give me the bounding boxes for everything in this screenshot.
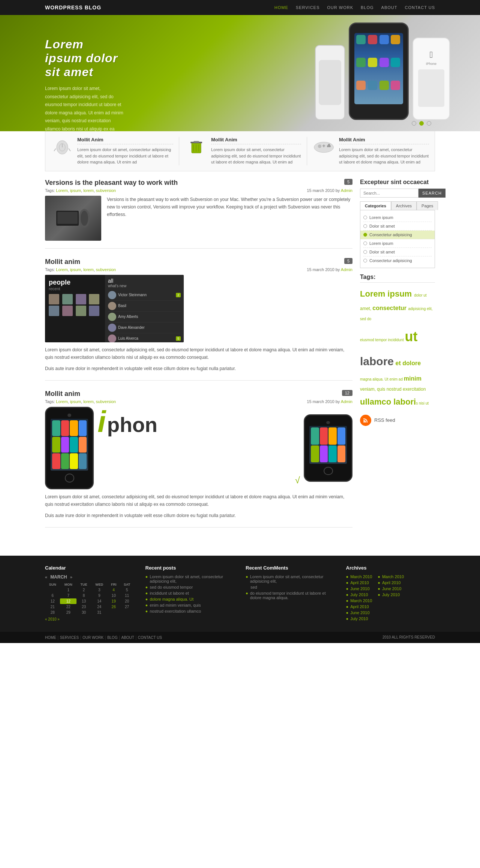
arch-bullet-2: ● bbox=[346, 580, 349, 585]
tag-amet[interactable]: amet, bbox=[360, 306, 372, 311]
svg-point-22 bbox=[363, 421, 365, 423]
arch-link-6[interactable]: April 2010 bbox=[350, 604, 369, 609]
tag-ut[interactable]: ut bbox=[405, 329, 418, 344]
tag-lorem-ipsum[interactable]: Lorem ipsum bbox=[360, 289, 414, 298]
fb-contact[interactable]: CONTACT US bbox=[138, 636, 162, 640]
p3-tag-ipsum[interactable]: ipsum bbox=[70, 399, 81, 404]
iphone-camera-2 bbox=[326, 421, 330, 424]
fb-home[interactable]: HOME bbox=[45, 636, 56, 640]
blog-post-1: Versions is the pleasant way to work wit… bbox=[45, 179, 352, 249]
cal-sat: SAT bbox=[120, 582, 134, 587]
nav-services[interactable]: SERVICES bbox=[296, 5, 320, 10]
category-2-label: Dolor sit amet bbox=[369, 224, 395, 228]
rp-6: ● nostrud exercitation ullamco bbox=[146, 609, 235, 613]
tag-magna[interactable]: magna aliqua. Ut enim ad bbox=[360, 377, 404, 381]
tag-et-dolore[interactable]: et dolore bbox=[394, 360, 421, 366]
p2-tag-lorem[interactable]: Lorem bbox=[56, 267, 68, 272]
tag-dolor-ut[interactable]: dolor ut bbox=[414, 293, 426, 297]
recent-posts-title: Recent posts bbox=[146, 565, 235, 571]
tag-cloud: Lorem ipsum dolor ut amet, consectetur a… bbox=[360, 286, 435, 410]
arch-link-7[interactable]: June 2010 bbox=[350, 610, 369, 615]
radio-2 bbox=[363, 224, 367, 228]
category-3-label: Consectetur adipisicing bbox=[369, 232, 412, 237]
post-3-author[interactable]: Admin bbox=[341, 399, 352, 404]
p3-tag-lorem2[interactable]: lorem bbox=[83, 399, 94, 404]
tab-archives[interactable]: Archives bbox=[391, 201, 417, 210]
fb-ourwork[interactable]: OUR WORK bbox=[82, 636, 104, 640]
post-3-images: i phon bbox=[45, 407, 352, 489]
fb-services[interactable]: SERVICES bbox=[60, 636, 79, 640]
dot-2[interactable] bbox=[419, 121, 424, 126]
tag-consectetur[interactable]: consectetur bbox=[372, 305, 408, 311]
people-label: people bbox=[49, 279, 101, 286]
post-1-body: Versions is the pleasant way to work wit… bbox=[45, 196, 352, 241]
p2-tag-ipsum[interactable]: ipsum bbox=[70, 267, 81, 272]
nav-ourwork[interactable]: OUR WORK bbox=[327, 5, 353, 10]
arch-link-9[interactable]: March 2010 bbox=[382, 574, 404, 579]
footer-recent-comments: Recent ComMents ● Lorem ipsum dolor sit … bbox=[246, 565, 335, 622]
p2-tag-lorem2[interactable]: lorem bbox=[83, 267, 94, 272]
fb-blog[interactable]: BLOG bbox=[107, 636, 118, 640]
archives-col2: ● March 2010 ● April 2010 ● June 2010 ● … bbox=[378, 574, 404, 622]
feature-3: Mollit Anim Lorem ipsum dolor sit amet, … bbox=[307, 137, 429, 165]
footer-calendar: Calendar « MARCH » SUN MON TUE WED FRI S… bbox=[45, 565, 134, 622]
tag-labore[interactable]: labore bbox=[360, 355, 394, 367]
arch-link-3[interactable]: June 2010 bbox=[350, 586, 369, 591]
arch-link-11[interactable]: June 2010 bbox=[382, 586, 401, 591]
search-button[interactable]: SEARCH bbox=[418, 189, 446, 198]
arch-link-8[interactable]: July 2010 bbox=[350, 616, 368, 621]
category-4-label: Lorem ipsum bbox=[369, 241, 393, 246]
rp-link-4[interactable]: dolore magna aliqua. Ut bbox=[150, 597, 194, 601]
arch-link-10[interactable]: April 2010 bbox=[382, 580, 401, 585]
rss-link[interactable]: RSS feed bbox=[360, 415, 435, 426]
dot-1[interactable] bbox=[412, 121, 416, 126]
calendar-year[interactable]: « 2010 » bbox=[45, 617, 134, 621]
arch-link-12[interactable]: July 2010 bbox=[382, 592, 400, 597]
post-2-text1: Lorem ipsum dolor sit amet, consectetur … bbox=[45, 346, 352, 361]
arch-link-1[interactable]: March 2010 bbox=[350, 574, 372, 579]
feature-3-title: Mollit Anim bbox=[339, 137, 429, 144]
dot-3[interactable] bbox=[427, 121, 431, 126]
tab-categories[interactable]: Categories bbox=[360, 201, 391, 210]
contact-name-5: Luis Alverca bbox=[118, 336, 138, 340]
tag-eiusmod[interactable]: eiusmod tempor incididunt bbox=[360, 338, 405, 342]
post-2-author[interactable]: Admin bbox=[341, 267, 352, 272]
category-6-label: Consectetur adipisicing bbox=[369, 258, 412, 263]
arch-link-2[interactable]: April 2010 bbox=[350, 580, 369, 585]
search-input[interactable] bbox=[360, 189, 418, 198]
p2-tag-subversion[interactable]: subversion bbox=[96, 267, 116, 272]
cal-d26: 29 bbox=[60, 610, 76, 615]
cal-next[interactable]: » bbox=[70, 575, 72, 579]
nav-blog[interactable]: BLOG bbox=[361, 5, 374, 10]
cal-d22: 24 bbox=[91, 604, 108, 610]
cal-d23: 26 bbox=[108, 604, 120, 610]
contact-avatar-3 bbox=[108, 313, 116, 321]
arch-1: ● March 2010 bbox=[346, 574, 372, 579]
tag-veniam[interactable]: veniam, quis nostrud exercitation bbox=[360, 387, 426, 392]
arch-link-5[interactable]: March 2010 bbox=[350, 598, 372, 603]
nav-home[interactable]: HOME bbox=[274, 5, 288, 10]
tab-pages[interactable]: Pages bbox=[417, 201, 438, 210]
contact-1: Victor Steinmann 2 bbox=[108, 290, 181, 301]
fb-about[interactable]: ABOUT bbox=[121, 636, 134, 640]
tag-lorem[interactable]: Lorem bbox=[56, 188, 68, 193]
arch-link-4[interactable]: July 2010 bbox=[350, 592, 368, 597]
nav-contact[interactable]: CONTACT US bbox=[405, 5, 435, 10]
tag-subversion[interactable]: subversion bbox=[96, 188, 116, 193]
tag-lorem2[interactable]: lorem bbox=[83, 188, 94, 193]
p3-tag-subversion[interactable]: subversion bbox=[96, 399, 116, 404]
post-1-title: Versions is the pleasant way to work wit… bbox=[45, 179, 178, 187]
nav-about[interactable]: ABOUT bbox=[381, 5, 398, 10]
tag-ipsum[interactable]: ipsum bbox=[70, 188, 81, 193]
iphone-i: i bbox=[98, 405, 106, 438]
recent-posts-list: ● Lorem ipsum dolor sit amet, consectetu… bbox=[146, 574, 235, 613]
tag-ullamco[interactable]: ullamco labori bbox=[360, 397, 416, 406]
cal-d28: 31 bbox=[91, 610, 108, 615]
p3-tag-lorem[interactable]: Lorem bbox=[56, 399, 68, 404]
cal-prev[interactable]: « bbox=[45, 575, 47, 579]
cal-mon: MON bbox=[60, 582, 76, 587]
tag-minim[interactable]: minim bbox=[404, 375, 422, 382]
svg-point-15 bbox=[328, 144, 330, 146]
post-1-author[interactable]: Admin bbox=[341, 188, 352, 193]
tag-nisi[interactable]: s nisi ut bbox=[416, 401, 429, 405]
